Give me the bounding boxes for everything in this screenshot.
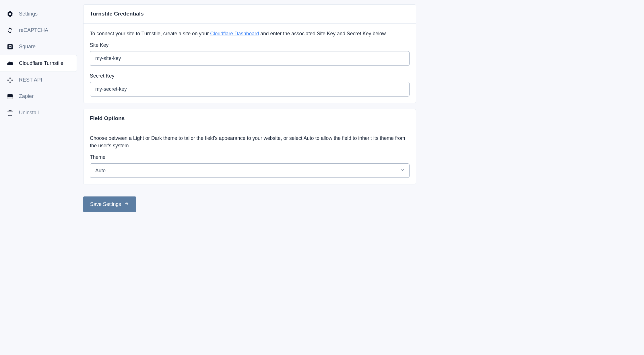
secret-key-input[interactable] [90,82,410,97]
trash-icon [6,109,14,117]
sidebar-item-label: Zapier [19,92,34,100]
sidebar-item-label: Cloudflare Turnstile [19,59,63,67]
zapier-icon [6,93,14,100]
sidebar-item-label: Settings [19,10,38,18]
site-key-input[interactable] [90,51,410,66]
sidebar-item-label: Square [19,43,36,51]
site-key-label: Site Key [90,41,410,49]
save-button-label: Save Settings [90,201,121,207]
sidebar-item-label: REST API [19,76,42,84]
square-icon [6,43,14,51]
save-settings-button[interactable]: Save Settings [83,196,136,212]
sidebar-item-zapier[interactable]: Zapier [0,88,77,105]
field-options-description: Choose between a Light or Dark theme to … [90,134,410,150]
gear-icon [6,10,14,18]
arrow-right-icon [124,201,129,208]
cloudflare-dashboard-link[interactable]: Cloudflare Dashboard [210,31,259,36]
credentials-card: Turnstile Credentials To connect your si… [83,4,416,103]
refresh-icon [6,27,14,34]
sidebar-item-uninstall[interactable]: Uninstall [0,105,77,121]
cloud-icon [6,60,14,67]
sidebar: Settings reCAPTCHA Square Cloudflare Tur… [0,0,77,121]
field-options-card: Field Options Choose between a Light or … [83,109,416,184]
sidebar-item-label: Uninstall [19,109,39,117]
sidebar-item-square[interactable]: Square [0,38,77,55]
secret-key-label: Secret Key [90,72,410,80]
sidebar-item-recaptcha[interactable]: reCAPTCHA [0,22,77,38]
sidebar-item-cloudflare-turnstile[interactable]: Cloudflare Turnstile [0,55,77,72]
svg-rect-1 [7,97,13,99]
diamond-icon [6,76,14,84]
sidebar-item-rest-api[interactable]: REST API [0,72,77,88]
credentials-description: To connect your site to Turnstile, creat… [90,30,410,37]
sidebar-item-label: reCAPTCHA [19,26,48,34]
sidebar-item-settings[interactable]: Settings [0,6,77,22]
main-content: Turnstile Credentials To connect your si… [77,0,422,224]
theme-select[interactable]: Auto [90,163,410,178]
theme-label: Theme [90,153,410,161]
credentials-title: Turnstile Credentials [84,5,416,24]
field-options-title: Field Options [84,109,416,128]
